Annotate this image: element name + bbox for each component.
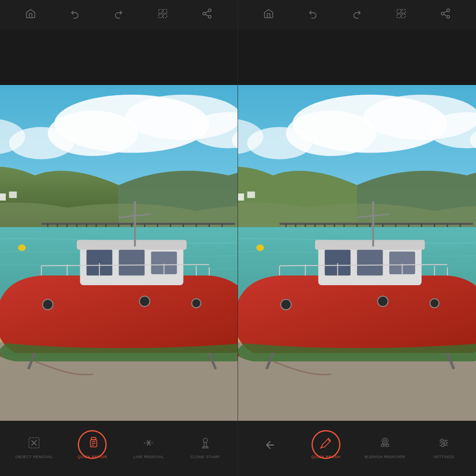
svg-point-49 <box>139 296 150 306</box>
svg-rect-71 <box>402 14 405 18</box>
svg-point-133 <box>442 444 444 447</box>
object-removal-icon <box>25 434 43 452</box>
svg-rect-0 <box>159 9 163 13</box>
tool-blemish-remover[interactable]: BLEMISH REMOVER <box>365 434 405 459</box>
svg-point-131 <box>441 439 443 442</box>
blemish-remover-label: BLEMISH REMOVER <box>365 455 405 459</box>
selection-icon[interactable] <box>157 8 168 22</box>
right-bottom-toolbar: QUICK BRUSH BLEMISH REMOVER <box>238 421 476 476</box>
svg-point-116 <box>378 296 388 306</box>
svg-rect-68 <box>397 9 401 13</box>
quick-repair-label: QUICK REPAIR <box>77 455 107 459</box>
quick-brush-icon <box>317 434 335 452</box>
left-spacer <box>0 30 238 85</box>
svg-point-115 <box>281 299 291 309</box>
left-image-area <box>0 85 238 421</box>
tool-object-removal[interactable]: OBJECT REMOVAL <box>15 434 53 459</box>
svg-point-127 <box>386 444 389 447</box>
redo-icon[interactable] <box>113 8 124 22</box>
right-undo-icon[interactable] <box>307 8 318 22</box>
svg-point-34 <box>18 244 26 251</box>
right-scene <box>238 85 476 421</box>
svg-rect-2 <box>159 14 163 18</box>
right-image-area <box>238 85 476 421</box>
settings-label: SETTINGS <box>434 455 454 459</box>
svg-point-102 <box>256 244 264 251</box>
panels-container: OBJECT REMOVAL QUICK REPAIR <box>0 0 476 476</box>
svg-rect-15 <box>0 193 6 201</box>
svg-point-132 <box>444 442 447 444</box>
right-top-bar <box>238 0 476 30</box>
tool-quick-repair[interactable]: QUICK REPAIR <box>75 434 109 459</box>
left-scene <box>0 85 238 421</box>
svg-point-124 <box>384 440 386 442</box>
svg-rect-1 <box>163 9 167 13</box>
svg-point-123 <box>382 438 388 444</box>
object-removal-label: OBJECT REMOVAL <box>15 455 53 459</box>
blemish-remover-icon <box>376 434 394 452</box>
svg-rect-3 <box>163 14 167 18</box>
undo-icon[interactable] <box>69 8 80 22</box>
line-removal-label: LINE REMOVAL <box>133 455 164 459</box>
right-home-icon[interactable] <box>263 8 274 22</box>
svg-rect-43 <box>119 249 145 275</box>
svg-rect-69 <box>402 9 405 13</box>
svg-rect-45 <box>77 240 187 250</box>
svg-point-117 <box>430 299 439 308</box>
clone-stamp-label: CLONE STAMP <box>190 455 220 459</box>
share-icon[interactable] <box>201 8 212 22</box>
svg-point-50 <box>192 299 201 308</box>
svg-rect-16 <box>9 192 17 198</box>
tool-quick-brush[interactable]: QUICK BRUSH <box>309 434 343 459</box>
line-removal-icon <box>139 434 158 452</box>
svg-rect-110 <box>357 249 383 275</box>
svg-rect-70 <box>397 14 401 18</box>
left-panel: OBJECT REMOVAL QUICK REPAIR <box>0 0 238 476</box>
tool-settings[interactable]: SETTINGS <box>427 434 461 459</box>
tool-back[interactable] <box>253 436 287 457</box>
svg-point-126 <box>381 444 384 447</box>
tool-clone-stamp[interactable]: CLONE STAMP <box>188 434 222 459</box>
svg-point-66 <box>203 438 207 442</box>
left-bottom-toolbar: OBJECT REMOVAL QUICK REPAIR <box>0 421 238 476</box>
svg-rect-84 <box>247 192 255 198</box>
right-redo-icon[interactable] <box>351 8 363 22</box>
svg-rect-67 <box>204 442 207 447</box>
tool-line-removal[interactable]: LINE REMOVAL <box>132 434 166 459</box>
svg-point-48 <box>42 299 53 309</box>
back-arrow-icon <box>261 436 280 454</box>
right-panel: QUICK BRUSH BLEMISH REMOVER <box>238 0 476 476</box>
home-icon[interactable] <box>25 8 36 22</box>
right-spacer <box>238 30 476 85</box>
quick-repair-icon <box>83 434 102 452</box>
right-selection-icon[interactable] <box>396 8 407 22</box>
quick-brush-label: QUICK BRUSH <box>312 455 340 459</box>
svg-rect-112 <box>315 240 425 250</box>
settings-icon <box>434 434 453 452</box>
left-top-bar <box>0 0 238 30</box>
svg-rect-83 <box>238 193 244 201</box>
clone-stamp-icon <box>196 434 215 452</box>
right-share-icon[interactable] <box>440 8 451 22</box>
